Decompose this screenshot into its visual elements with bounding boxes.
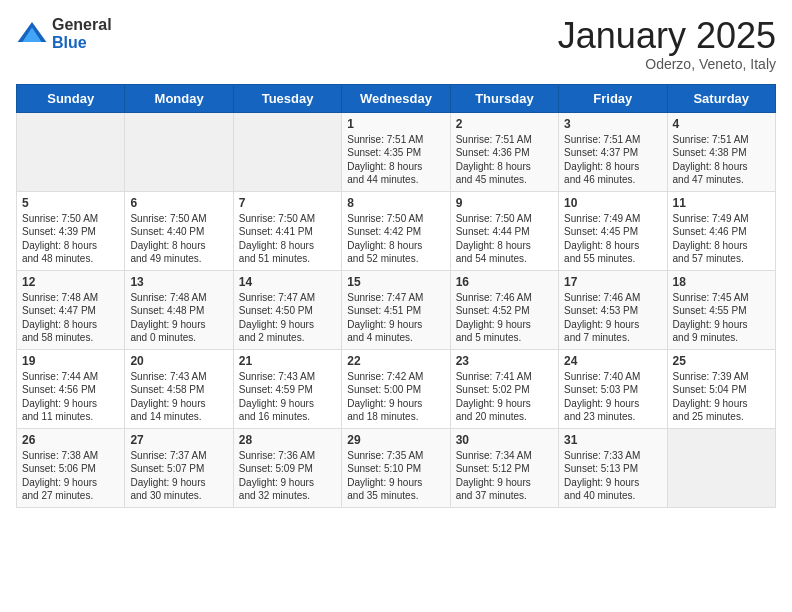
day-info: Sunrise: 7:51 AM Sunset: 4:38 PM Dayligh… bbox=[673, 133, 770, 187]
calendar-cell: 6Sunrise: 7:50 AM Sunset: 4:40 PM Daylig… bbox=[125, 191, 233, 270]
calendar-cell: 13Sunrise: 7:48 AM Sunset: 4:48 PM Dayli… bbox=[125, 270, 233, 349]
day-number: 29 bbox=[347, 433, 444, 447]
calendar-cell: 18Sunrise: 7:45 AM Sunset: 4:55 PM Dayli… bbox=[667, 270, 775, 349]
logo-blue: Blue bbox=[52, 34, 112, 52]
calendar-cell: 2Sunrise: 7:51 AM Sunset: 4:36 PM Daylig… bbox=[450, 112, 558, 191]
day-number: 3 bbox=[564, 117, 661, 131]
calendar-cell bbox=[667, 428, 775, 507]
day-number: 24 bbox=[564, 354, 661, 368]
week-row-1: 1Sunrise: 7:51 AM Sunset: 4:35 PM Daylig… bbox=[17, 112, 776, 191]
day-info: Sunrise: 7:44 AM Sunset: 4:56 PM Dayligh… bbox=[22, 370, 119, 424]
day-info: Sunrise: 7:43 AM Sunset: 4:58 PM Dayligh… bbox=[130, 370, 227, 424]
day-number: 23 bbox=[456, 354, 553, 368]
day-info: Sunrise: 7:34 AM Sunset: 5:12 PM Dayligh… bbox=[456, 449, 553, 503]
day-info: Sunrise: 7:39 AM Sunset: 5:04 PM Dayligh… bbox=[673, 370, 770, 424]
weekday-header-row: SundayMondayTuesdayWednesdayThursdayFrid… bbox=[17, 84, 776, 112]
day-number: 16 bbox=[456, 275, 553, 289]
day-info: Sunrise: 7:51 AM Sunset: 4:36 PM Dayligh… bbox=[456, 133, 553, 187]
day-info: Sunrise: 7:47 AM Sunset: 4:50 PM Dayligh… bbox=[239, 291, 336, 345]
calendar-cell: 9Sunrise: 7:50 AM Sunset: 4:44 PM Daylig… bbox=[450, 191, 558, 270]
calendar-cell: 15Sunrise: 7:47 AM Sunset: 4:51 PM Dayli… bbox=[342, 270, 450, 349]
day-number: 26 bbox=[22, 433, 119, 447]
weekday-header-wednesday: Wednesday bbox=[342, 84, 450, 112]
weekday-header-tuesday: Tuesday bbox=[233, 84, 341, 112]
calendar-cell: 21Sunrise: 7:43 AM Sunset: 4:59 PM Dayli… bbox=[233, 349, 341, 428]
week-row-2: 5Sunrise: 7:50 AM Sunset: 4:39 PM Daylig… bbox=[17, 191, 776, 270]
weekday-header-monday: Monday bbox=[125, 84, 233, 112]
day-info: Sunrise: 7:48 AM Sunset: 4:47 PM Dayligh… bbox=[22, 291, 119, 345]
day-info: Sunrise: 7:50 AM Sunset: 4:41 PM Dayligh… bbox=[239, 212, 336, 266]
day-number: 5 bbox=[22, 196, 119, 210]
day-info: Sunrise: 7:50 AM Sunset: 4:39 PM Dayligh… bbox=[22, 212, 119, 266]
day-number: 20 bbox=[130, 354, 227, 368]
calendar-cell: 26Sunrise: 7:38 AM Sunset: 5:06 PM Dayli… bbox=[17, 428, 125, 507]
calendar-cell: 12Sunrise: 7:48 AM Sunset: 4:47 PM Dayli… bbox=[17, 270, 125, 349]
weekday-header-friday: Friday bbox=[559, 84, 667, 112]
day-number: 31 bbox=[564, 433, 661, 447]
day-info: Sunrise: 7:40 AM Sunset: 5:03 PM Dayligh… bbox=[564, 370, 661, 424]
calendar-cell: 23Sunrise: 7:41 AM Sunset: 5:02 PM Dayli… bbox=[450, 349, 558, 428]
calendar-cell bbox=[233, 112, 341, 191]
weekday-header-sunday: Sunday bbox=[17, 84, 125, 112]
day-number: 12 bbox=[22, 275, 119, 289]
day-info: Sunrise: 7:46 AM Sunset: 4:52 PM Dayligh… bbox=[456, 291, 553, 345]
week-row-5: 26Sunrise: 7:38 AM Sunset: 5:06 PM Dayli… bbox=[17, 428, 776, 507]
calendar-cell: 24Sunrise: 7:40 AM Sunset: 5:03 PM Dayli… bbox=[559, 349, 667, 428]
calendar-cell: 1Sunrise: 7:51 AM Sunset: 4:35 PM Daylig… bbox=[342, 112, 450, 191]
weekday-header-thursday: Thursday bbox=[450, 84, 558, 112]
calendar-cell: 14Sunrise: 7:47 AM Sunset: 4:50 PM Dayli… bbox=[233, 270, 341, 349]
day-number: 25 bbox=[673, 354, 770, 368]
day-number: 10 bbox=[564, 196, 661, 210]
day-info: Sunrise: 7:41 AM Sunset: 5:02 PM Dayligh… bbox=[456, 370, 553, 424]
calendar-cell: 4Sunrise: 7:51 AM Sunset: 4:38 PM Daylig… bbox=[667, 112, 775, 191]
calendar-cell: 7Sunrise: 7:50 AM Sunset: 4:41 PM Daylig… bbox=[233, 191, 341, 270]
day-info: Sunrise: 7:35 AM Sunset: 5:10 PM Dayligh… bbox=[347, 449, 444, 503]
calendar-cell: 19Sunrise: 7:44 AM Sunset: 4:56 PM Dayli… bbox=[17, 349, 125, 428]
calendar-cell: 11Sunrise: 7:49 AM Sunset: 4:46 PM Dayli… bbox=[667, 191, 775, 270]
calendar-cell: 29Sunrise: 7:35 AM Sunset: 5:10 PM Dayli… bbox=[342, 428, 450, 507]
day-info: Sunrise: 7:38 AM Sunset: 5:06 PM Dayligh… bbox=[22, 449, 119, 503]
calendar-cell: 3Sunrise: 7:51 AM Sunset: 4:37 PM Daylig… bbox=[559, 112, 667, 191]
day-info: Sunrise: 7:48 AM Sunset: 4:48 PM Dayligh… bbox=[130, 291, 227, 345]
calendar-cell: 25Sunrise: 7:39 AM Sunset: 5:04 PM Dayli… bbox=[667, 349, 775, 428]
logo-general: General bbox=[52, 16, 112, 34]
day-info: Sunrise: 7:45 AM Sunset: 4:55 PM Dayligh… bbox=[673, 291, 770, 345]
day-info: Sunrise: 7:46 AM Sunset: 4:53 PM Dayligh… bbox=[564, 291, 661, 345]
day-number: 11 bbox=[673, 196, 770, 210]
day-info: Sunrise: 7:36 AM Sunset: 5:09 PM Dayligh… bbox=[239, 449, 336, 503]
day-info: Sunrise: 7:37 AM Sunset: 5:07 PM Dayligh… bbox=[130, 449, 227, 503]
day-number: 13 bbox=[130, 275, 227, 289]
day-number: 4 bbox=[673, 117, 770, 131]
day-info: Sunrise: 7:43 AM Sunset: 4:59 PM Dayligh… bbox=[239, 370, 336, 424]
day-number: 15 bbox=[347, 275, 444, 289]
day-number: 19 bbox=[22, 354, 119, 368]
calendar-cell: 30Sunrise: 7:34 AM Sunset: 5:12 PM Dayli… bbox=[450, 428, 558, 507]
logo: General Blue bbox=[16, 16, 112, 51]
calendar-cell: 8Sunrise: 7:50 AM Sunset: 4:42 PM Daylig… bbox=[342, 191, 450, 270]
day-info: Sunrise: 7:49 AM Sunset: 4:45 PM Dayligh… bbox=[564, 212, 661, 266]
calendar-cell: 17Sunrise: 7:46 AM Sunset: 4:53 PM Dayli… bbox=[559, 270, 667, 349]
day-number: 22 bbox=[347, 354, 444, 368]
day-number: 1 bbox=[347, 117, 444, 131]
day-info: Sunrise: 7:49 AM Sunset: 4:46 PM Dayligh… bbox=[673, 212, 770, 266]
day-number: 21 bbox=[239, 354, 336, 368]
calendar-cell: 20Sunrise: 7:43 AM Sunset: 4:58 PM Dayli… bbox=[125, 349, 233, 428]
day-info: Sunrise: 7:50 AM Sunset: 4:44 PM Dayligh… bbox=[456, 212, 553, 266]
day-info: Sunrise: 7:47 AM Sunset: 4:51 PM Dayligh… bbox=[347, 291, 444, 345]
calendar-cell: 27Sunrise: 7:37 AM Sunset: 5:07 PM Dayli… bbox=[125, 428, 233, 507]
day-info: Sunrise: 7:51 AM Sunset: 4:37 PM Dayligh… bbox=[564, 133, 661, 187]
day-number: 17 bbox=[564, 275, 661, 289]
day-number: 28 bbox=[239, 433, 336, 447]
calendar-cell: 16Sunrise: 7:46 AM Sunset: 4:52 PM Dayli… bbox=[450, 270, 558, 349]
calendar-cell: 31Sunrise: 7:33 AM Sunset: 5:13 PM Dayli… bbox=[559, 428, 667, 507]
location: Oderzo, Veneto, Italy bbox=[558, 56, 776, 72]
calendar-cell: 28Sunrise: 7:36 AM Sunset: 5:09 PM Dayli… bbox=[233, 428, 341, 507]
calendar-cell bbox=[125, 112, 233, 191]
day-number: 27 bbox=[130, 433, 227, 447]
day-info: Sunrise: 7:50 AM Sunset: 4:42 PM Dayligh… bbox=[347, 212, 444, 266]
logo-icon bbox=[16, 18, 48, 50]
month-title: January 2025 bbox=[558, 16, 776, 56]
calendar: SundayMondayTuesdayWednesdayThursdayFrid… bbox=[16, 84, 776, 508]
day-number: 8 bbox=[347, 196, 444, 210]
day-info: Sunrise: 7:51 AM Sunset: 4:35 PM Dayligh… bbox=[347, 133, 444, 187]
